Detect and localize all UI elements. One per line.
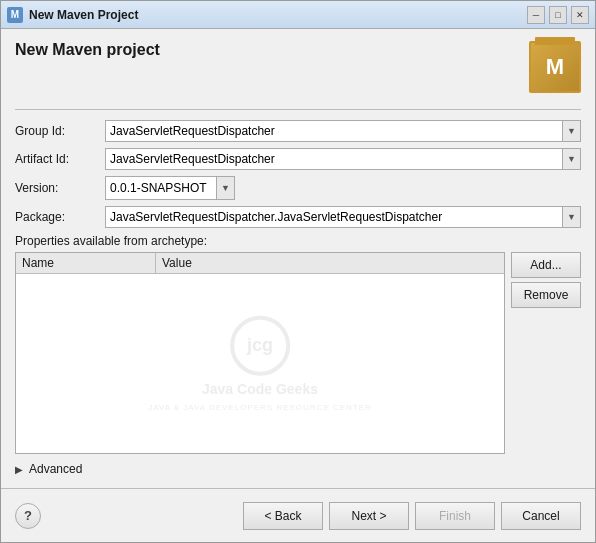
add-button[interactable]: Add... <box>511 252 581 278</box>
watermark: jcg Java Code Geeks JAVA & JAVA DEVELOPE… <box>148 315 372 412</box>
col-value-header: Value <box>156 253 504 273</box>
table-body[interactable]: jcg Java Code Geeks JAVA & JAVA DEVELOPE… <box>16 274 504 453</box>
cancel-button[interactable]: Cancel <box>501 502 581 530</box>
advanced-row[interactable]: ▶ Advanced <box>15 462 581 476</box>
group-id-input-wrap: ▼ <box>105 120 581 142</box>
window-icon: M <box>7 7 23 23</box>
remove-button[interactable]: Remove <box>511 282 581 308</box>
table-header: Name Value <box>16 253 504 274</box>
title-controls: ─ □ ✕ <box>527 6 589 24</box>
group-id-dropdown-button[interactable]: ▼ <box>563 120 581 142</box>
watermark-line2: JAVA & JAVA DEVELOPERS RESOURCE CENTER <box>148 403 372 412</box>
properties-table: Name Value jcg Java Code Geeks JAVA & JA… <box>15 252 505 454</box>
package-input-wrap: ▼ <box>105 206 581 228</box>
version-select-wrap: ▼ <box>105 176 235 200</box>
watermark-circle: jcg <box>230 315 290 375</box>
advanced-arrow-icon: ▶ <box>15 464 23 475</box>
advanced-label: Advanced <box>29 462 82 476</box>
table-buttons: Add... Remove <box>511 252 581 454</box>
artifact-id-dropdown-button[interactable]: ▼ <box>563 148 581 170</box>
main-window: M New Maven Project ─ □ ✕ New Maven proj… <box>0 0 596 543</box>
title-bar: M New Maven Project ─ □ ✕ <box>1 1 595 29</box>
maven-icon-label: M <box>546 54 564 80</box>
back-button[interactable]: < Back <box>243 502 323 530</box>
main-content: New Maven project M Group Id: ▼ Artifact… <box>1 29 595 488</box>
maximize-button[interactable]: □ <box>549 6 567 24</box>
watermark-line1: Java Code Geeks <box>202 379 318 399</box>
help-button[interactable]: ? <box>15 503 41 529</box>
col-name-header: Name <box>16 253 156 273</box>
maven-icon: M <box>529 41 581 93</box>
finish-button[interactable]: Finish <box>415 502 495 530</box>
properties-label: Properties available from archetype: <box>15 234 581 248</box>
package-dropdown-button[interactable]: ▼ <box>563 206 581 228</box>
panel-header: New Maven project M <box>15 41 581 93</box>
package-row: Package: ▼ <box>15 206 581 228</box>
minimize-button[interactable]: ─ <box>527 6 545 24</box>
watermark-circle-text: jcg <box>247 335 273 356</box>
package-label: Package: <box>15 210 105 224</box>
group-id-input[interactable] <box>105 120 563 142</box>
window-title: New Maven Project <box>29 8 138 22</box>
title-bar-left: M New Maven Project <box>7 7 138 23</box>
version-row: Version: ▼ <box>15 176 581 200</box>
version-label: Version: <box>15 181 105 195</box>
next-button[interactable]: Next > <box>329 502 409 530</box>
panel-title: New Maven project <box>15 41 160 59</box>
group-id-label: Group Id: <box>15 124 105 138</box>
package-input[interactable] <box>105 206 563 228</box>
close-button[interactable]: ✕ <box>571 6 589 24</box>
artifact-id-input-wrap: ▼ <box>105 148 581 170</box>
version-input[interactable] <box>106 177 216 199</box>
header-separator <box>15 109 581 110</box>
table-area: Name Value jcg Java Code Geeks JAVA & JA… <box>15 252 581 454</box>
artifact-id-row: Artifact Id: ▼ <box>15 148 581 170</box>
artifact-id-input[interactable] <box>105 148 563 170</box>
nav-buttons: < Back Next > Finish Cancel <box>243 502 581 530</box>
group-id-row: Group Id: ▼ <box>15 120 581 142</box>
artifact-id-label: Artifact Id: <box>15 152 105 166</box>
bottom-bar: ? < Back Next > Finish Cancel <box>1 488 595 542</box>
version-dropdown-button[interactable]: ▼ <box>216 177 234 199</box>
